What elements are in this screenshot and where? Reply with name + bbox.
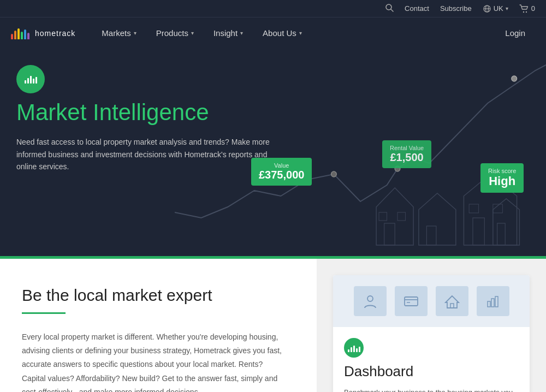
- svg-rect-11: [384, 223, 395, 245]
- logo[interactable]: hometrack: [11, 21, 75, 46]
- nav-insight-label: Insight: [213, 28, 238, 38]
- nav-products-label: Products: [156, 28, 188, 38]
- svg-rect-23: [405, 297, 418, 306]
- chart-bar-icon: [477, 286, 509, 316]
- value-badge-amount: £375,000: [259, 169, 304, 181]
- svg-rect-17: [473, 218, 484, 245]
- svg-marker-14: [419, 193, 456, 245]
- nav-items: Markets ▾ Products ▾ Insight ▾ About Us …: [92, 17, 495, 49]
- section-description: Every local property market is different…: [22, 330, 284, 392]
- value-badge: Value £375,000: [251, 158, 312, 186]
- nav-markets[interactable]: Markets ▾: [92, 17, 146, 49]
- about-chevron-icon: ▾: [299, 30, 302, 36]
- hero-section: Market Intelligence Need fast access to …: [0, 49, 546, 256]
- svg-line-1: [391, 9, 393, 11]
- dashboard-card-icons: [333, 275, 530, 327]
- logo-text: hometrack: [35, 29, 75, 38]
- main-nav: hometrack Markets ▾ Products ▾ Insight ▾…: [0, 17, 546, 49]
- svg-rect-21: [497, 223, 506, 245]
- top-bar: Contact Subscribe UK ▾ 0: [0, 0, 546, 17]
- rental-badge-label: Rental Value: [390, 145, 424, 151]
- logo-bars-icon: [11, 27, 29, 39]
- hero-title: Market Intelligence: [16, 100, 530, 125]
- value-badge-label: Value: [259, 162, 304, 169]
- svg-marker-26: [446, 296, 459, 308]
- risk-badge: Risk score High: [480, 163, 524, 193]
- insight-chevron-icon: ▾: [240, 30, 243, 36]
- section-divider: [22, 312, 66, 314]
- contact-link[interactable]: Contact: [405, 4, 429, 13]
- cart-count: 0: [531, 4, 535, 13]
- svg-rect-29: [491, 299, 494, 307]
- rental-badge: Rental Value £1,500: [382, 140, 431, 168]
- region-label: UK: [494, 4, 503, 13]
- dashboard-card: Dashboard Benchmark your business to the…: [333, 275, 530, 392]
- person-icon: [354, 286, 387, 316]
- section-title: Be the local market expert: [22, 286, 295, 305]
- lower-section: Be the local market expert Every local p…: [0, 259, 546, 392]
- svg-rect-12: [379, 212, 387, 221]
- svg-point-6: [526, 11, 527, 12]
- dashboard-description: Benchmark your business to the housing m…: [344, 387, 519, 392]
- svg-rect-18: [469, 204, 478, 213]
- svg-rect-15: [426, 226, 436, 245]
- nav-about-label: About Us: [263, 28, 296, 38]
- nav-products[interactable]: Products ▾: [146, 17, 204, 49]
- region-chevron: ▾: [506, 5, 508, 11]
- lower-right-panel: Dashboard Benchmark your business to the…: [317, 259, 546, 392]
- cart-widget[interactable]: 0: [519, 4, 535, 13]
- dashboard-bars-icon: [344, 338, 364, 358]
- svg-rect-19: [493, 204, 502, 213]
- nav-markets-label: Markets: [102, 28, 130, 38]
- svg-point-9: [512, 76, 517, 81]
- svg-point-22: [367, 296, 373, 301]
- risk-badge-score: High: [488, 174, 516, 188]
- svg-rect-27: [450, 304, 454, 308]
- region-selector[interactable]: UK ▾: [483, 4, 508, 13]
- risk-badge-label: Risk score: [488, 168, 516, 174]
- markets-chevron-icon: ▾: [134, 30, 136, 36]
- svg-rect-30: [495, 296, 498, 307]
- lower-left-panel: Be the local market expert Every local p…: [0, 259, 317, 392]
- svg-rect-28: [488, 301, 490, 307]
- nav-login[interactable]: Login: [495, 17, 535, 49]
- svg-point-5: [523, 11, 524, 12]
- dashboard-title: Dashboard: [344, 363, 519, 380]
- svg-point-7: [331, 171, 337, 177]
- subscribe-link[interactable]: Subscribe: [440, 4, 472, 13]
- svg-marker-20: [493, 199, 520, 245]
- products-chevron-icon: ▾: [191, 30, 194, 36]
- hero-bars-icon: [16, 65, 45, 93]
- nav-insight[interactable]: Insight ▾: [204, 17, 253, 49]
- search-icon[interactable]: [385, 3, 394, 14]
- home-icon: [436, 286, 468, 316]
- card-icon: [395, 286, 428, 316]
- rental-badge-amount: £1,500: [390, 151, 424, 164]
- hero-description: Need fast access to local property marke…: [16, 136, 278, 173]
- dashboard-card-body: Dashboard Benchmark your business to the…: [333, 327, 530, 392]
- svg-marker-10: [376, 188, 413, 245]
- svg-rect-13: [397, 212, 406, 221]
- nav-about[interactable]: About Us ▾: [253, 17, 312, 49]
